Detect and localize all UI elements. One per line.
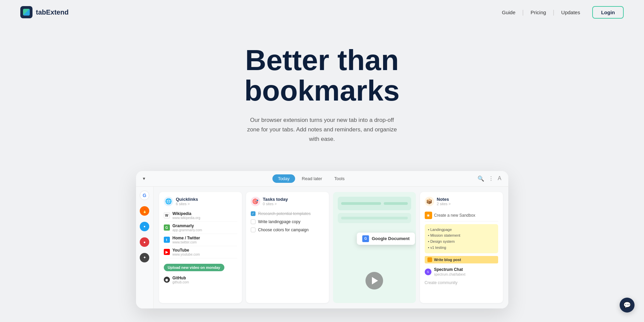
nav-links: Guide | Pricing | Updates Login (495, 6, 624, 19)
github-url: github.com (173, 280, 189, 284)
quicklinks-card: 🌐 Quicklinks 6 sites > W Wikipedia www.w… (159, 192, 242, 303)
youtube-url: www.youtube.com (173, 253, 200, 256)
grammarly-name: Grammarly (173, 223, 202, 228)
notes-subtitle: 2 sites > (437, 202, 451, 206)
twitter-name: Home / Twitter (173, 236, 200, 240)
svg-rect-1 (26, 12, 29, 15)
nav-pricing[interactable]: Pricing (524, 7, 553, 18)
task-text-2: Write landingpage copy (258, 219, 301, 224)
play-button[interactable] (365, 272, 383, 289)
tasks-header: 🎯 Tasks today 0 sites > (251, 197, 324, 206)
task-checkbox-1[interactable]: ✓ (251, 211, 256, 216)
upload-badge-wrapper: Upload new video on monday (164, 261, 237, 271)
tasks-subtitle: 0 sites > (263, 202, 288, 206)
notes-title: Notes (437, 197, 451, 202)
note-item-4: • v1 testing (428, 245, 495, 251)
preview-tabs: Today Read later Tools (272, 174, 350, 183)
navigation: tabExtend Guide | Pricing | Updates Logi… (0, 0, 644, 24)
note-item-2: • Mission statement (428, 233, 495, 239)
link-row-grammarly[interactable]: G Grammarly app.grammarly.com (164, 222, 237, 234)
sidebar-favicon-dark[interactable]: ✦ (140, 253, 149, 262)
spectrum-row[interactable]: S Spectrum Chat spectrum.chat/tabext (425, 265, 498, 278)
tasks-icon: 🎯 (251, 197, 260, 206)
link-row-wikipedia[interactable]: W Wikipedia www.wikipedia.org (164, 210, 237, 222)
create-community[interactable]: Create community (425, 278, 498, 287)
hero-subtitle: Our browser extension turns your new tab… (244, 115, 400, 144)
drag-placeholder-2 (338, 213, 411, 223)
sidebar-favicon-red[interactable]: ● (140, 237, 149, 247)
placeholder-bar-3 (341, 217, 408, 219)
placeholder-bar-1 (341, 202, 381, 205)
preview-wrapper: ▾ Today Read later Tools 🔍 ⋮ A G 🔥 ● ● ✦ (0, 171, 644, 322)
gdoc-icon: G (362, 235, 369, 242)
nav-updates[interactable]: Updates (554, 7, 587, 18)
chat-widget[interactable]: 💬 (620, 298, 635, 313)
preview-dropdown[interactable]: ▾ (143, 176, 145, 181)
tasks-card: 🎯 Tasks today 0 sites > ✓ Research poten… (246, 192, 329, 303)
twitter-url: www.twitter.com (173, 240, 200, 244)
task-row-3: Choose colors for campaign (251, 226, 324, 234)
preview-topbar: ▾ Today Read later Tools 🔍 ⋮ A (136, 171, 508, 187)
github-icon: ◉ (164, 277, 170, 283)
sidebar-favicon-blue[interactable]: ● (140, 222, 149, 231)
grammarly-icon: G (164, 224, 170, 231)
notes-create[interactable]: ◉ Create a new Sandbox (425, 210, 498, 221)
logo-text: tabExtend (36, 8, 69, 16)
tasks-title: Tasks today (263, 197, 288, 202)
hero-title-line1: Better than (245, 44, 399, 76)
spectrum-url: spectrum.chat/tabext (434, 273, 466, 276)
blog-tag-icon (427, 257, 432, 262)
wikipedia-icon: W (164, 212, 170, 218)
search-icon[interactable]: 🔍 (478, 175, 484, 182)
youtube-icon: ▶ (164, 249, 170, 255)
link-row-github[interactable]: ◉ GitHub github.com (164, 274, 237, 286)
preview-body: G 🔥 ● ● ✦ 🌐 Quicklinks 6 sites > (136, 187, 508, 308)
chat-icon: 💬 (623, 301, 631, 309)
sandbox-icon: ◉ (425, 212, 432, 219)
notes-icon: 📦 (425, 197, 434, 206)
nav-guide[interactable]: Guide (495, 7, 522, 18)
upload-badge: Upload new video on monday (164, 264, 224, 271)
font-icon[interactable]: A (498, 175, 502, 181)
tab-tools[interactable]: Tools (329, 174, 350, 183)
sidebar-favicon-fire[interactable]: 🔥 (140, 206, 149, 216)
placeholder-bar-2 (384, 202, 408, 205)
notes-card: 📦 Notes 2 sites > ◉ Create a new Sandbox… (420, 192, 503, 303)
logo-link[interactable]: tabExtend (20, 6, 69, 18)
note-item-1: • Landingpage (428, 227, 495, 233)
svg-rect-0 (23, 9, 27, 13)
tab-read-later[interactable]: Read later (296, 174, 328, 183)
spectrum-icon: S (425, 269, 431, 275)
wikipedia-name: Wikipedia (173, 211, 200, 216)
sidebar-favicon-google[interactable]: G (140, 191, 149, 200)
drag-placeholder-1 (338, 197, 411, 210)
hero-title: Better than bookmarks (7, 45, 637, 106)
login-button[interactable]: Login (592, 6, 624, 19)
more-icon[interactable]: ⋮ (488, 175, 494, 182)
tab-today[interactable]: Today (272, 174, 295, 183)
note-item-3: • Design system (428, 239, 495, 245)
quicklinks-icon: 🌐 (164, 197, 173, 206)
task-checkbox-2[interactable] (251, 219, 256, 224)
hero-section: Better than bookmarks Our browser extens… (0, 24, 644, 171)
link-row-twitter[interactable]: t Home / Twitter www.twitter.com (164, 234, 237, 246)
link-row-youtube[interactable]: ▶ YouTube www.youtube.com (164, 246, 237, 258)
spectrum-name: Spectrum Chat (434, 267, 466, 272)
notes-header: 📦 Notes 2 sites > (425, 197, 498, 206)
app-preview: ▾ Today Read later Tools 🔍 ⋮ A G 🔥 ● ● ✦ (136, 171, 508, 308)
task-row-1: ✓ Research potential templates (251, 210, 324, 218)
task-checkbox-3[interactable] (251, 228, 256, 232)
quicklinks-title: Quicklinks (176, 197, 198, 202)
hero-title-line2: bookmarks (244, 74, 400, 107)
preview-sidebar: G 🔥 ● ● ✦ (136, 187, 154, 308)
task-text-1: Research potential templates (258, 211, 311, 216)
twitter-icon: t (164, 237, 170, 243)
preview-actions: 🔍 ⋮ A (478, 175, 502, 182)
notes-create-label: Create a new Sandbox (434, 213, 475, 218)
preview-content: 🌐 Quicklinks 6 sites > W Wikipedia www.w… (154, 187, 508, 308)
task-text-3: Choose colors for campaign (258, 228, 309, 232)
logo-icon (20, 6, 32, 18)
quicklinks-subtitle: 6 sites > (176, 202, 198, 206)
write-blog-tag: Write blog post (425, 256, 498, 263)
drag-card: G Google Document (333, 192, 416, 303)
